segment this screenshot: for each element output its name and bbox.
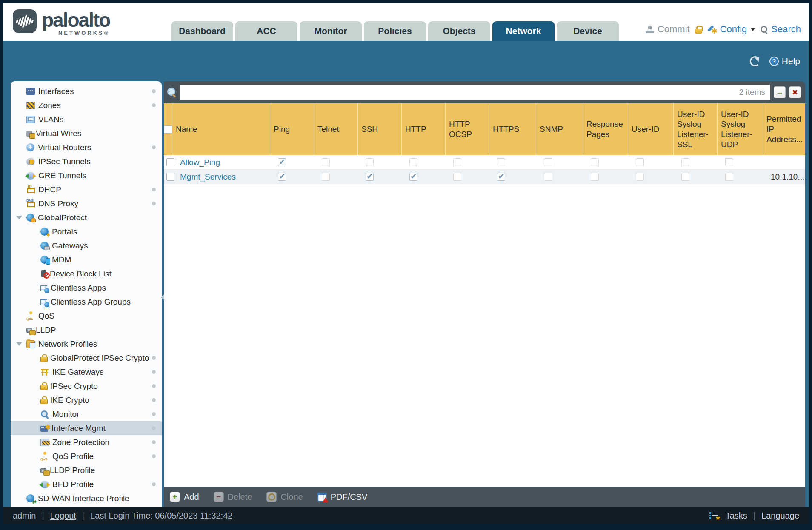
sidebar-item-mdm[interactable]: MDM	[11, 253, 162, 267]
apply-filter-button[interactable]: →	[774, 86, 786, 98]
filter-search-input[interactable]	[180, 85, 770, 100]
tab-network[interactable]: Network	[492, 21, 555, 41]
tab-objects[interactable]: Objects	[428, 21, 490, 41]
sidebar-item-dns-proxy[interactable]: DNS Proxy	[11, 197, 162, 211]
profile-name-link[interactable]: Allow_Ping	[180, 158, 220, 167]
sidebar-collapse-handle[interactable]	[162, 81, 164, 507]
telnet-checkbox[interactable]	[322, 173, 330, 181]
snmp-checkbox[interactable]	[544, 173, 552, 181]
pdfcsv-button[interactable]: PDF/CSV	[317, 492, 368, 502]
column-header-telnet[interactable]: Telnet	[314, 103, 358, 155]
sidebar-item-clientless-app-groups[interactable]: Clientless App Groups	[11, 295, 162, 309]
sidebar-item-network-profiles[interactable]: Network Profiles	[11, 337, 162, 351]
tab-device[interactable]: Device	[557, 21, 619, 41]
sidebar-item-ipsec-crypto[interactable]: IPSec Crypto	[11, 379, 162, 393]
tasks-button[interactable]: Tasks	[726, 511, 747, 521]
ping-checkbox[interactable]	[278, 173, 286, 181]
sidebar-item-sdwan-interface-profile[interactable]: SD-WAN Interface Profile	[11, 491, 162, 505]
column-header-name[interactable]: Name	[172, 103, 270, 155]
sidebar-item-qos-profile[interactable]: QoS Profile	[11, 449, 162, 463]
sidebar-item-bfd-profile[interactable]: BFD Profile	[11, 477, 162, 491]
table-row[interactable]: Mgmt_Services10.1.10...	[164, 170, 805, 184]
sidebar-item-zone-protection[interactable]: Zone Protection	[11, 435, 162, 449]
sidebar-item-clientless-apps[interactable]: Clientless Apps	[11, 281, 162, 295]
tab-acc[interactable]: ACC	[235, 21, 297, 41]
http-checkbox[interactable]	[409, 158, 417, 166]
uid_syslog_udp-checkbox[interactable]	[725, 173, 733, 181]
select-all-checkbox[interactable]	[164, 125, 172, 134]
sidebar-item-monitor-profile[interactable]: Monitor	[11, 407, 162, 421]
profile-name-link[interactable]: Mgmt_Services	[180, 172, 236, 182]
telnet-checkbox[interactable]	[322, 158, 330, 166]
user_id-checkbox[interactable]	[636, 158, 644, 166]
sidebar-item-label: Zone Protection	[52, 438, 109, 447]
response_pages-checkbox[interactable]	[591, 173, 599, 181]
column-header-permitted_ip[interactable]: Permitted IP Address...	[763, 103, 805, 155]
ping-checkbox[interactable]	[278, 158, 286, 166]
column-header-https[interactable]: HTTPS	[489, 103, 536, 155]
logout-link[interactable]: Logout	[50, 511, 76, 521]
sidebar-item-gre-tunnels[interactable]: GRE Tunnels	[11, 168, 162, 182]
http_ocsp-checkbox[interactable]	[453, 173, 461, 181]
column-header-http_ocsp[interactable]: HTTP OCSP	[446, 103, 489, 155]
tab-policies[interactable]: Policies	[364, 21, 426, 41]
help-button[interactable]: ? Help	[769, 56, 800, 66]
tunnel-icon	[26, 158, 35, 165]
sidebar-item-lldp-profile[interactable]: LLDP Profile	[11, 463, 162, 477]
sidebar-item-gateways[interactable]: Gateways	[11, 239, 162, 253]
commit-button[interactable]: Commit	[646, 24, 690, 35]
http_ocsp-checkbox[interactable]	[453, 158, 461, 166]
sidebar-item-virtual-routers[interactable]: Virtual Routers	[11, 140, 162, 154]
language-button[interactable]: Language	[761, 511, 799, 521]
https-checkbox[interactable]	[497, 173, 505, 181]
uid_syslog_ssl-checkbox[interactable]	[681, 173, 689, 181]
expander-icon[interactable]	[16, 342, 26, 346]
ssh-checkbox[interactable]	[366, 158, 374, 166]
sidebar-item-globalprotect[interactable]: GlobalProtect	[11, 211, 162, 225]
sidebar-item-lldp[interactable]: LLDP	[11, 323, 162, 337]
column-header-user_id[interactable]: User-ID	[628, 103, 674, 155]
sidebar-item-ike-crypto[interactable]: IKE Crypto	[11, 393, 162, 407]
column-header-http[interactable]: HTTP	[402, 103, 446, 155]
sidebar-item-ike-gateways[interactable]: IKE Gateways	[11, 365, 162, 379]
lock-icon[interactable]	[695, 26, 702, 34]
sidebar-item-virtual-wires[interactable]: Virtual Wires	[11, 126, 162, 140]
column-header-uid_syslog_ssl[interactable]: User-ID Syslog Listener-SSL	[674, 103, 718, 155]
expander-icon[interactable]	[16, 216, 26, 219]
uid_syslog_ssl-checkbox[interactable]	[681, 158, 689, 166]
sidebar-item-globalprotect-ipsec-crypto[interactable]: GlobalProtect IPSec Crypto	[11, 351, 162, 365]
row-select-checkbox[interactable]	[166, 173, 174, 181]
sidebar-item-ipsec-tunnels[interactable]: IPSec Tunnels	[11, 154, 162, 168]
tab-dashboard[interactable]: Dashboard	[171, 21, 233, 41]
column-header-uid_syslog_udp[interactable]: User-ID Syslog Listener-UDP	[718, 103, 763, 155]
minus-icon: −	[214, 492, 224, 502]
column-header-response_pages[interactable]: Response Pages	[583, 103, 628, 155]
sidebar-item-device-block-list[interactable]: Device Block List	[11, 267, 162, 281]
uid_syslog_udp-checkbox[interactable]	[725, 158, 733, 166]
column-header-ssh[interactable]: SSH	[358, 103, 402, 155]
clear-filter-button[interactable]: ✖	[789, 86, 801, 98]
config-button[interactable]: Config	[707, 24, 756, 35]
sidebar-item-zones[interactable]: Zones	[11, 98, 162, 112]
add-button[interactable]: +Add	[170, 492, 199, 502]
sidebar-item-interface-mgmt[interactable]: Interface Mgmt	[11, 421, 162, 435]
row-select-checkbox[interactable]	[166, 158, 174, 166]
search-button[interactable]: Search	[761, 24, 801, 35]
column-header-snmp[interactable]: SNMP	[536, 103, 583, 155]
column-header-ping[interactable]: Ping	[270, 103, 314, 155]
table-row[interactable]: Allow_Ping	[164, 155, 805, 170]
ssh-checkbox[interactable]	[366, 173, 374, 181]
sidebar-item-qos[interactable]: QoS	[11, 309, 162, 323]
sidebar-item-interfaces[interactable]: Interfaces	[11, 84, 162, 98]
snmp-checkbox[interactable]	[544, 158, 552, 166]
sidebar-item-dhcp[interactable]: DHCP	[11, 182, 162, 197]
tab-monitor[interactable]: Monitor	[300, 21, 362, 41]
refresh-icon[interactable]	[750, 56, 760, 66]
sidebar-item-portals[interactable]: Portals	[11, 225, 162, 239]
sidebar-item-vlans[interactable]: VLANs	[11, 112, 162, 126]
user_id-checkbox[interactable]	[636, 173, 644, 181]
https-checkbox[interactable]	[497, 158, 505, 166]
response_pages-checkbox[interactable]	[591, 158, 599, 166]
http-checkbox[interactable]	[409, 173, 417, 181]
paloalto-logo: paloalto NETWORKS®	[13, 9, 110, 36]
